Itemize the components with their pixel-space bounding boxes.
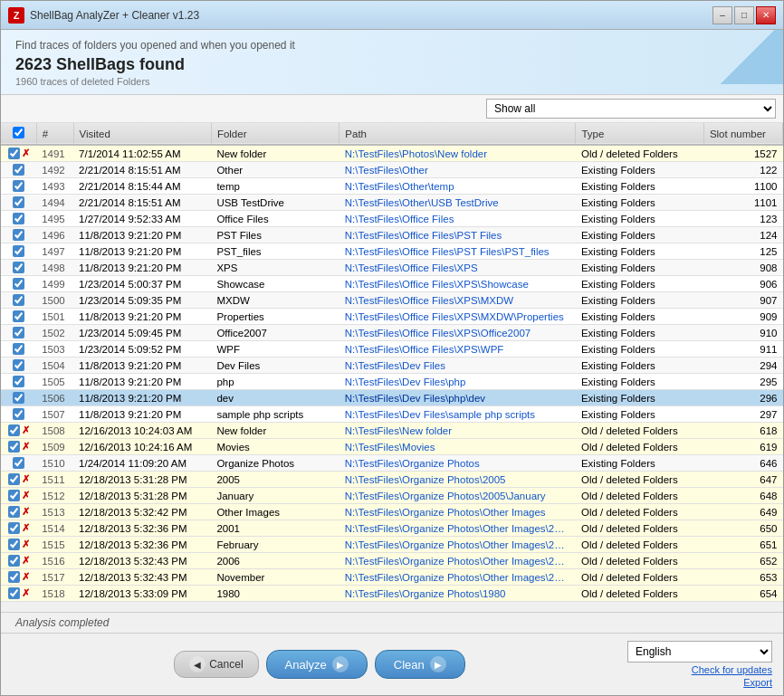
table-row[interactable]: 15021/23/2014 5:09:45 PMOffice2007N:\Tes… (1, 325, 783, 341)
table-row[interactable]: ✗150912/16/2013 10:24:16 AMMoviesN:\Test… (1, 439, 783, 455)
col-header-path[interactable]: Path (339, 123, 576, 145)
minimize-button[interactable]: – (712, 6, 732, 24)
row-folder: WPF (211, 341, 339, 358)
row-visited: 11/8/2013 9:21:20 PM (73, 309, 211, 325)
table-row[interactable]: ✗151412/18/2013 5:32:36 PM2001N:\TestFil… (1, 520, 783, 537)
filter-select[interactable]: Show allShow deleted onlyShow existing o… (486, 99, 776, 119)
table-row[interactable]: ✗151112/18/2013 5:31:28 PM2005N:\TestFil… (1, 472, 783, 488)
row-slot: 649 (703, 504, 782, 520)
table-row[interactable]: 14942/21/2014 8:15:51 AMUSB TestDriveN:\… (1, 195, 783, 211)
row-checkbox[interactable] (8, 490, 20, 501)
table-row[interactable]: 15001/23/2014 5:09:35 PMMXDWN:\TestFiles… (1, 292, 783, 309)
row-visited: 1/24/2014 11:09:20 AM (73, 455, 211, 472)
row-checkbox[interactable] (13, 408, 24, 420)
cancel-button[interactable]: ◀ Cancel (174, 651, 258, 678)
language-select[interactable]: English German French Spanish Italian (627, 641, 772, 663)
row-checkbox[interactable] (8, 587, 20, 599)
table-row[interactable]: 14922/21/2014 8:15:51 AMOtherN:\TestFile… (1, 162, 783, 178)
export-link[interactable]: Export (743, 677, 772, 688)
table-row[interactable]: 14951/27/2014 9:52:33 AMOffice FilesN:\T… (1, 211, 783, 227)
row-path: N:\TestFiles\Organize Photos (339, 455, 576, 472)
row-checkbox[interactable] (13, 392, 24, 404)
row-slot: 295 (703, 374, 782, 390)
table-row[interactable]: 149811/8/2013 9:21:20 PMXPSN:\TestFiles\… (1, 260, 783, 276)
deleted-icon: ✗ (22, 441, 30, 453)
col-header-visited[interactable]: Visited (73, 123, 211, 145)
row-slot: 1100 (703, 178, 782, 195)
row-checkbox[interactable] (8, 506, 20, 518)
table-row[interactable]: 150111/8/2013 9:21:20 PMPropertiesN:\Tes… (1, 309, 783, 325)
row-checkbox[interactable] (13, 457, 24, 469)
row-checkbox[interactable] (8, 539, 20, 550)
row-checkbox[interactable] (13, 359, 24, 371)
table-row[interactable]: ✗151612/18/2013 5:32:43 PM2006N:\TestFil… (1, 553, 783, 569)
table-row[interactable]: 14991/23/2014 5:00:37 PMShowcaseN:\TestF… (1, 276, 783, 292)
data-table-container[interactable]: # Visited Folder Path Type Slot number ✗… (1, 123, 783, 612)
row-path: N:\TestFiles\Office Files\PST Files (339, 227, 576, 243)
row-checkbox[interactable] (13, 294, 24, 306)
close-button[interactable]: ✕ (756, 6, 776, 24)
table-row[interactable]: 149611/8/2013 9:21:20 PMPST FilesN:\Test… (1, 227, 783, 243)
deleted-icon: ✗ (22, 587, 30, 599)
table-row[interactable]: 150411/8/2013 9:21:20 PMDev FilesN:\Test… (1, 358, 783, 374)
row-checkbox[interactable] (13, 245, 24, 257)
row-checkbox[interactable] (8, 555, 20, 567)
select-all-checkbox[interactable] (13, 127, 24, 138)
row-checkbox[interactable] (13, 310, 24, 322)
col-header-check[interactable] (1, 123, 36, 145)
row-checkbox[interactable] (13, 180, 24, 192)
table-row[interactable]: 149711/8/2013 9:21:20 PMPST_filesN:\Test… (1, 243, 783, 260)
row-checkbox[interactable] (13, 376, 24, 387)
row-checkbox[interactable] (13, 343, 24, 355)
table-row[interactable]: 150611/8/2013 9:21:20 PMdevN:\TestFiles\… (1, 390, 783, 406)
col-header-slot[interactable]: Slot number (703, 123, 782, 145)
row-slot: 619 (703, 439, 782, 455)
table-row[interactable]: ✗151312/18/2013 5:32:42 PMOther ImagesN:… (1, 504, 783, 520)
table-row[interactable]: ✗150812/16/2013 10:24:03 AMNew folderN:\… (1, 423, 783, 439)
table-row[interactable]: ✗151812/18/2013 5:33:09 PM1980N:\TestFil… (1, 586, 783, 602)
row-checkbox[interactable] (13, 196, 24, 208)
row-checkbox[interactable] (13, 229, 24, 241)
row-checkbox[interactable] (13, 278, 24, 290)
table-row[interactable]: 150711/8/2013 9:21:20 PMsample php scrip… (1, 406, 783, 423)
row-folder: PST Files (211, 227, 339, 243)
check-updates-link[interactable]: Check for updates (692, 664, 772, 675)
row-type: Existing Folders (576, 243, 703, 260)
row-checkbox-cell: ✗ (1, 569, 36, 586)
clean-arrow-icon: ▶ (430, 656, 446, 672)
row-checkbox[interactable] (13, 262, 24, 273)
row-type: Old / deleted Folders (576, 586, 703, 602)
row-checkbox[interactable] (8, 522, 20, 534)
row-checkbox[interactable] (8, 148, 20, 159)
table-row[interactable]: ✗14917/1/2014 11:02:55 AMNew folderN:\Te… (1, 145, 783, 162)
row-visited: 12/18/2013 5:33:09 PM (73, 586, 211, 602)
clean-button[interactable]: Clean ▶ (375, 650, 465, 679)
table-row[interactable]: ✗151512/18/2013 5:32:36 PMFebruaryN:\Tes… (1, 537, 783, 553)
row-path: N:\TestFiles\Organize Photos\2005\Januar… (339, 488, 576, 504)
col-header-type[interactable]: Type (576, 123, 703, 145)
row-checkbox[interactable] (13, 213, 24, 224)
row-checkbox[interactable] (13, 327, 24, 338)
row-checkbox[interactable] (8, 473, 20, 485)
row-checkbox[interactable] (13, 164, 24, 176)
bottom-bar: ◀ Cancel Analyze ▶ Clean ▶ English Germa… (1, 633, 783, 695)
maximize-button[interactable]: □ (734, 6, 754, 24)
row-visited: 12/18/2013 5:31:28 PM (73, 472, 211, 488)
table-row[interactable]: 150511/8/2013 9:21:20 PMphpN:\TestFiles\… (1, 374, 783, 390)
table-row[interactable]: 15031/23/2014 5:09:52 PMWPFN:\TestFiles\… (1, 341, 783, 358)
row-checkbox[interactable] (8, 424, 20, 436)
content-area: Find traces of folders you opened and wh… (1, 30, 783, 695)
row-checkbox[interactable] (8, 441, 20, 453)
row-checkbox-cell (1, 178, 36, 195)
table-row[interactable]: ✗151212/18/2013 5:31:28 PMJanuaryN:\Test… (1, 488, 783, 504)
table-row[interactable]: ✗151712/18/2013 5:32:43 PMNovemberN:\Tes… (1, 569, 783, 586)
table-row[interactable]: 14932/21/2014 8:15:44 AMtempN:\TestFiles… (1, 178, 783, 195)
row-folder: Movies (211, 439, 339, 455)
row-checkbox[interactable] (8, 571, 20, 583)
analyze-button[interactable]: Analyze ▶ (266, 650, 368, 679)
row-path: N:\TestFiles\Dev Files\sample php script… (339, 406, 576, 423)
table-row[interactable]: 15101/24/2014 11:09:20 AMOrganize Photos… (1, 455, 783, 472)
row-num: 1514 (36, 520, 73, 537)
row-visited: 7/1/2014 11:02:55 AM (73, 145, 211, 162)
col-header-folder[interactable]: Folder (211, 123, 339, 145)
